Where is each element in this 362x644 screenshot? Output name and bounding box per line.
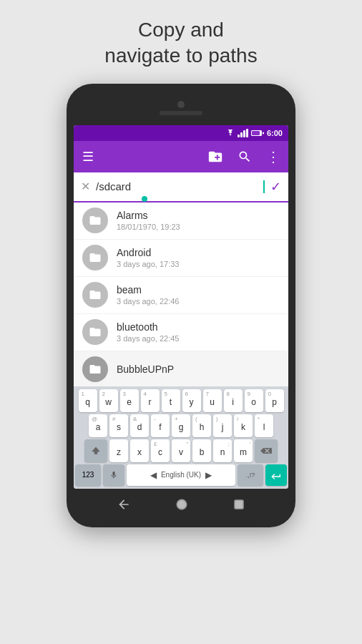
keyboard-row-3: z x £c "v b ;n 'm bbox=[75, 439, 287, 462]
key-o[interactable]: 9o bbox=[245, 389, 263, 412]
file-info: BubbleUPnP bbox=[117, 364, 280, 375]
keyboard-bottom-row: 123 ◀ English (UK) ▶ .,!? bbox=[75, 464, 287, 486]
svg-point-3 bbox=[177, 499, 186, 509]
file-info: Alarms 18/01/1970, 19:23 bbox=[117, 210, 280, 231]
key-x[interactable]: x bbox=[130, 439, 149, 462]
page-title: Copy and navigate to paths bbox=[104, 17, 257, 69]
enter-key[interactable] bbox=[265, 464, 287, 486]
svg-rect-1 bbox=[252, 131, 260, 135]
key-h[interactable]: (h bbox=[192, 414, 211, 437]
wifi-icon bbox=[226, 130, 235, 137]
key-u[interactable]: 7u bbox=[203, 389, 222, 412]
key-d[interactable]: &d bbox=[130, 414, 149, 437]
key-f[interactable]: -f bbox=[151, 414, 170, 437]
folder-icon bbox=[82, 245, 108, 270]
svg-rect-2 bbox=[263, 132, 264, 134]
menu-icon[interactable]: ☰ bbox=[82, 149, 94, 165]
file-date: 18/01/1970, 19:23 bbox=[117, 223, 280, 231]
punct-key[interactable]: .,!? bbox=[238, 464, 263, 486]
key-q[interactable]: 1q bbox=[79, 389, 97, 412]
key-n[interactable]: ;n bbox=[213, 439, 232, 462]
file-list: Alarms 18/01/1970, 19:23 Android 3 days … bbox=[74, 203, 288, 386]
search-icon[interactable] bbox=[238, 150, 252, 164]
folder-icon bbox=[82, 208, 108, 233]
home-button[interactable] bbox=[175, 497, 189, 512]
file-date: 3 days ago, 22:46 bbox=[117, 297, 280, 306]
signal-icon bbox=[238, 129, 248, 137]
key-l[interactable]: *l bbox=[255, 414, 273, 437]
file-name: Android bbox=[117, 247, 280, 258]
keyboard-row-1: 1q 2w 3e 4r 5t 6y 7u 8i 9o 0p bbox=[75, 389, 287, 412]
folder-icon bbox=[82, 319, 108, 345]
key-g[interactable]: +g bbox=[172, 414, 190, 437]
more-icon[interactable]: ⋮ bbox=[266, 148, 280, 165]
list-item[interactable]: BubbleUPnP bbox=[74, 351, 288, 386]
status-time: 6:00 bbox=[267, 129, 283, 137]
key-a[interactable]: @a bbox=[89, 414, 107, 437]
keyboard: 1q 2w 3e 4r 5t 6y 7u 8i 9o 0p @a #s &d -… bbox=[74, 386, 288, 489]
key-p[interactable]: 0p bbox=[265, 389, 284, 412]
phone-camera bbox=[177, 101, 185, 108]
key-v[interactable]: "v bbox=[172, 439, 190, 462]
key-z[interactable]: z bbox=[109, 439, 128, 462]
key-y[interactable]: 6y bbox=[182, 389, 201, 412]
right-arrow-icon: ▶ bbox=[205, 470, 212, 480]
battery-icon bbox=[251, 130, 264, 137]
file-info: beam 3 days ago, 22:46 bbox=[117, 284, 280, 306]
key-k[interactable]: /k bbox=[234, 414, 253, 437]
list-item[interactable]: Alarms 18/01/1970, 19:23 bbox=[74, 203, 288, 240]
key-s[interactable]: #s bbox=[109, 414, 128, 437]
status-bar: 6:00 bbox=[74, 125, 288, 141]
key-i[interactable]: 8i bbox=[224, 389, 243, 412]
key-t[interactable]: 5t bbox=[162, 389, 180, 412]
file-name: Alarms bbox=[117, 210, 280, 221]
list-item[interactable]: bluetooth 3 days ago, 22:45 bbox=[74, 314, 288, 351]
delete-key[interactable] bbox=[255, 439, 278, 462]
back-button[interactable] bbox=[117, 497, 131, 512]
list-item[interactable]: Android 3 days ago, 17:33 bbox=[74, 240, 288, 277]
num-switch-key[interactable]: 123 bbox=[75, 464, 101, 486]
phone-screen: 6:00 ☰ ⋮ ✕ /sdcard ✓ bbox=[74, 125, 288, 489]
path-bar: ✕ /sdcard ✓ bbox=[74, 172, 288, 203]
mic-key[interactable] bbox=[103, 464, 124, 486]
left-arrow-icon: ◀ bbox=[150, 470, 157, 480]
path-confirm-button[interactable]: ✓ bbox=[270, 179, 281, 195]
key-e[interactable]: 3e bbox=[120, 389, 139, 412]
folder-icon bbox=[82, 282, 108, 308]
phone-bottom-bezel bbox=[74, 489, 288, 520]
status-icons bbox=[226, 129, 264, 137]
key-c[interactable]: £c bbox=[151, 439, 170, 462]
path-input[interactable]: /sdcard bbox=[96, 180, 265, 193]
path-close-button[interactable]: ✕ bbox=[81, 180, 90, 193]
key-b[interactable]: b bbox=[192, 439, 211, 462]
space-key[interactable]: ◀ English (UK) ▶ bbox=[127, 464, 235, 486]
key-m[interactable]: 'm bbox=[234, 439, 253, 462]
path-text: /sdcard bbox=[96, 180, 263, 192]
file-info: Android 3 days ago, 17:33 bbox=[117, 247, 280, 268]
key-w[interactable]: 2w bbox=[99, 389, 118, 412]
space-label: English (UK) bbox=[161, 471, 201, 479]
file-name: beam bbox=[117, 284, 280, 296]
shift-key[interactable] bbox=[84, 439, 107, 462]
file-date: 3 days ago, 22:45 bbox=[117, 334, 280, 343]
path-cursor-handle bbox=[142, 196, 147, 202]
folder-icon bbox=[82, 356, 108, 382]
file-name: BubbleUPnP bbox=[117, 364, 280, 375]
file-name: bluetooth bbox=[117, 321, 280, 333]
recents-button[interactable] bbox=[233, 498, 245, 511]
phone-mockup: 6:00 ☰ ⋮ ✕ /sdcard ✓ bbox=[67, 84, 295, 527]
key-r[interactable]: 4r bbox=[141, 389, 160, 412]
list-item[interactable]: beam 3 days ago, 22:46 bbox=[74, 277, 288, 314]
phone-top-bezel bbox=[74, 91, 288, 125]
app-bar: ☰ ⋮ bbox=[74, 141, 288, 172]
file-date: 3 days ago, 17:33 bbox=[117, 260, 280, 268]
file-info: bluetooth 3 days ago, 22:45 bbox=[117, 321, 280, 343]
path-cursor bbox=[263, 180, 265, 193]
svg-rect-4 bbox=[235, 500, 243, 509]
phone-speaker bbox=[160, 111, 202, 115]
add-folder-icon[interactable] bbox=[207, 149, 223, 165]
keyboard-row-2: @a #s &d -f +g (h )j /k *l bbox=[75, 414, 287, 437]
key-j[interactable]: )j bbox=[213, 414, 232, 437]
